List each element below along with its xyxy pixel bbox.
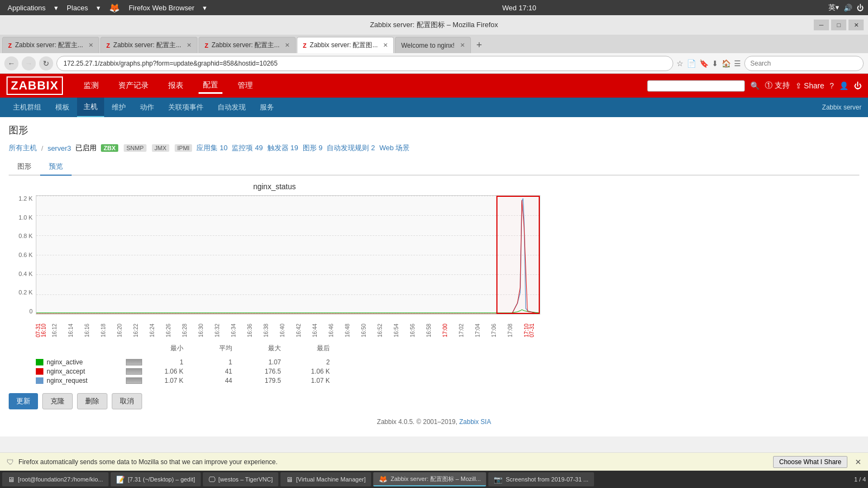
maximize-button[interactable]: □ (831, 20, 846, 30)
choose-what-share-button[interactable]: Choose What I Share (773, 456, 847, 468)
tab-close-3[interactable]: ✕ (285, 42, 290, 49)
virt-manager-icon: 🖥 (286, 476, 293, 484)
search-icon[interactable]: 🔍 (750, 81, 760, 90)
breadcrumb-apps[interactable]: 应用集 10 (196, 143, 227, 153)
x-label-7: 16:24 (150, 317, 166, 344)
chart-area[interactable] (36, 195, 540, 314)
tab-graphs[interactable]: 图形 (9, 158, 40, 176)
places-menu[interactable]: Places (63, 4, 91, 12)
close-button[interactable]: ✕ (848, 20, 864, 30)
taskbar-item-gedit[interactable]: 📝 [7.31 (~/Desktop) – gedit] (111, 472, 201, 486)
forward-button[interactable]: → (22, 56, 36, 70)
user-icon[interactable]: 👤 (839, 81, 848, 90)
cancel-button[interactable]: 取消 (112, 393, 142, 409)
breadcrumb-monitors[interactable]: 监控项 49 (232, 143, 263, 153)
update-button[interactable]: 更新 (9, 393, 38, 409)
search-input[interactable] (744, 56, 864, 71)
new-tab-button[interactable]: + (472, 37, 487, 53)
browser-title: Zabbix server: 配置图标 – Mozilla Firefox (370, 20, 498, 30)
breadcrumb-triggers[interactable]: 触发器 19 (267, 143, 298, 153)
breadcrumb-all-hosts[interactable]: 所有主机 (9, 143, 37, 153)
nav-item-monitor[interactable]: 监测 (79, 79, 103, 93)
taskbar-item-screenshot[interactable]: 📷 Screenshot from 2019-07-31 ... (488, 472, 593, 486)
menu-icon[interactable]: ☰ (734, 59, 741, 68)
back-button[interactable]: ← (4, 56, 18, 70)
browser-tab-bar: Z Zabbix server: 配置主... ✕ Z Zabbix serve… (0, 35, 868, 53)
footer-link[interactable]: Zabbix SIA (459, 418, 491, 426)
sec-nav-hostgroups[interactable]: 主机群组 (7, 98, 48, 117)
sec-nav-hosts[interactable]: 主机 (77, 98, 104, 117)
browser-tab-2[interactable]: Z Zabbix server: 配置主... ✕ (100, 37, 197, 53)
action-buttons: 更新 克隆 删除 取消 (9, 393, 540, 409)
clone-button[interactable]: 克隆 (42, 393, 73, 409)
lang-switcher[interactable]: 英▾ (828, 3, 839, 12)
nav-item-reports[interactable]: 报表 (164, 79, 188, 93)
taskbar-label-firefox: Zabbix server: 配置图标 – Mozill... (391, 475, 481, 483)
notification-close-button[interactable]: ✕ (855, 458, 861, 466)
downloads-icon[interactable]: ⬇ (712, 59, 718, 68)
bookmark-star-icon[interactable]: ☆ (676, 59, 684, 68)
y-label-6: 0 (29, 308, 33, 314)
share-button[interactable]: ⇪ Share (795, 81, 824, 90)
taskbar-item-terminal[interactable]: 🖥 [root@foundation27:/home/kio... (2, 472, 108, 486)
nav-item-assets[interactable]: 资产记录 (114, 79, 153, 93)
browser-tab-5[interactable]: Welcome to nginx! ✕ (395, 37, 471, 53)
support-button[interactable]: ① 支持 (765, 81, 790, 91)
y-axis: 1.2 K 1.0 K 0.8 K 0.6 K 0.4 K 0.2 K 0 (9, 195, 36, 314)
tab-close-5[interactable]: ✕ (460, 42, 465, 49)
x-label-21: 16:52 (378, 317, 394, 344)
tab-favicon-2: Z (106, 42, 110, 49)
breadcrumb-discovery[interactable]: 自动发现规则 2 (327, 143, 375, 153)
legend-avg-0: 1 (194, 358, 232, 366)
sound-icon[interactable]: 🔊 (844, 4, 852, 12)
applications-menu[interactable]: Applications (4, 4, 49, 12)
legend-header-avg: 平均 (194, 344, 232, 353)
tab-close-1[interactable]: ✕ (88, 42, 93, 49)
breadcrumb-sep-1: / (41, 144, 43, 152)
url-input[interactable] (56, 56, 673, 71)
sec-nav-templates[interactable]: 模板 (49, 98, 76, 117)
home-icon[interactable]: 🏠 (722, 59, 731, 68)
sec-nav-services[interactable]: 服务 (253, 98, 280, 117)
nav-item-admin[interactable]: 管理 (233, 79, 257, 93)
system-time: Wed 17:10 (502, 4, 537, 12)
nav-item-config[interactable]: 配置 (199, 78, 222, 94)
browser-menu[interactable]: Firefox Web Browser (125, 4, 197, 12)
taskbar-item-virt-manager[interactable]: 🖥 [Virtual Machine Manager] (280, 472, 371, 486)
sec-nav-actions[interactable]: 动作 (133, 98, 161, 117)
browser-tab-3[interactable]: Z Zabbix server: 配置主... ✕ (199, 37, 296, 53)
browser-arrow-icon: ▾ (200, 4, 210, 12)
page-indicator: 1 / 4 (854, 476, 866, 483)
x-label-26: 17:04 (475, 317, 492, 344)
chart-title: nginx_status (9, 182, 540, 191)
delete-button[interactable]: 删除 (77, 393, 107, 409)
refresh-button[interactable]: ↻ (39, 56, 53, 70)
tab-close-4[interactable]: ✕ (383, 42, 388, 49)
sec-nav-maintenance[interactable]: 维护 (105, 98, 132, 117)
sec-nav-discovery[interactable]: 自动发现 (211, 98, 252, 117)
legend-last-2: 1.07 K (292, 377, 330, 384)
breadcrumb-graphs[interactable]: 图形 9 (303, 143, 323, 153)
logout-icon[interactable]: ⏻ (854, 81, 861, 90)
browser-tab-1[interactable]: Z Zabbix server: 配置主... ✕ (2, 37, 99, 53)
zabbix-search-input[interactable] (647, 80, 745, 92)
power-icon[interactable]: ⏻ (857, 4, 864, 12)
reader-mode-icon[interactable]: 📄 (687, 59, 696, 68)
taskbar-item-firefox[interactable]: 🦊 Zabbix server: 配置图标 – Mozill... (373, 472, 486, 486)
legend-min-1: 1.06 K (145, 368, 183, 375)
legend-box-0 (126, 359, 142, 365)
server-label: Zabbix server (822, 104, 861, 111)
legend-row-2: nginx_request 1.07 K 44 179.5 1.07 K (36, 377, 540, 384)
breadcrumb-web[interactable]: Web 场景 (379, 143, 410, 153)
breadcrumb-server[interactable]: server3 (48, 144, 71, 152)
bookmarks-icon[interactable]: 🔖 (699, 59, 709, 68)
sec-nav-events[interactable]: 关联项事件 (162, 98, 210, 117)
page-content: 图形 所有主机 / server3 已启用 ZBX SNMP JMX IPMI … (0, 117, 868, 436)
help-button[interactable]: ? (829, 81, 834, 90)
browser-tab-4[interactable]: Z Zabbix server: 配置图... ✕ (297, 37, 394, 53)
taskbar-label-screenshot: Screenshot from 2019-07-31 ... (506, 476, 588, 483)
minimize-button[interactable]: ─ (814, 20, 829, 30)
tab-preview[interactable]: 预览 (40, 158, 72, 176)
taskbar-item-tigervnc[interactable]: 🖵 [westos – TigerVNC] (203, 472, 278, 486)
tab-close-2[interactable]: ✕ (187, 42, 192, 49)
